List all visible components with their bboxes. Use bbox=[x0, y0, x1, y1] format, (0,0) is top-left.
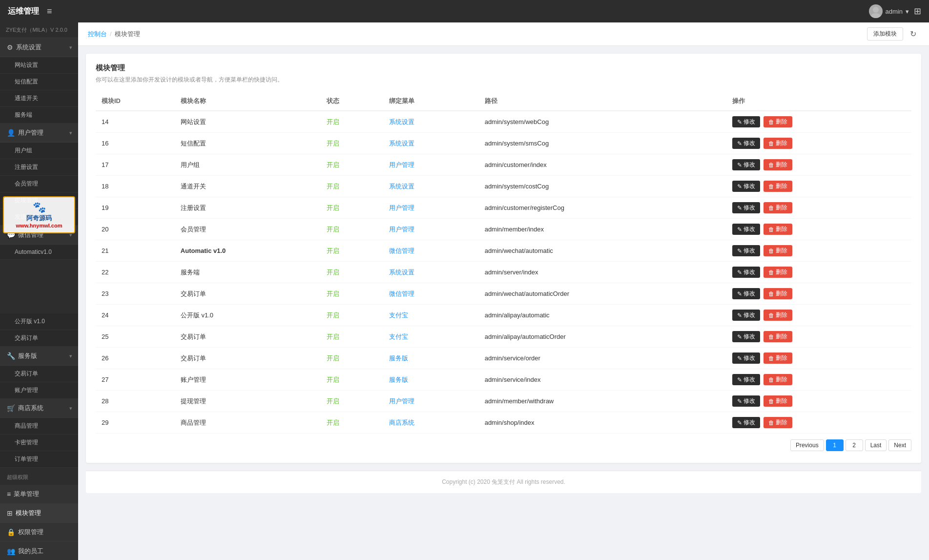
page-2-button[interactable]: 2 bbox=[846, 439, 863, 451]
sidebar-group-header-user[interactable]: 👤 用户管理 ▾ bbox=[0, 124, 78, 143]
menu-link[interactable]: 用户管理 bbox=[389, 397, 414, 405]
sidebar-group-header-system[interactable]: ⚙ 系统设置 ▾ bbox=[0, 38, 78, 57]
menu-link[interactable]: 系统设置 bbox=[389, 118, 414, 125]
sidebar-version: ZYE支付（MILA）V 2.0.0 bbox=[0, 22, 78, 38]
menu-link[interactable]: 微信管理 bbox=[389, 247, 414, 254]
delete-button[interactable]: 🗑 删除 bbox=[764, 417, 792, 428]
cell-name: 用户组 bbox=[175, 154, 321, 176]
sidebar-item-service-edition[interactable]: 服务端 bbox=[0, 107, 78, 124]
last-button[interactable]: Last bbox=[865, 439, 887, 451]
sidebar-item-public-version[interactable]: 公开版 v1.0 bbox=[0, 313, 78, 330]
grid-icon[interactable]: ⊞ bbox=[914, 6, 921, 17]
sidebar-item-product-management[interactable]: 商品管理 bbox=[0, 418, 78, 435]
edit-button[interactable]: ✎ 修改 bbox=[732, 245, 760, 256]
user-dropdown-icon: ▾ bbox=[906, 8, 909, 15]
edit-button[interactable]: ✎ 修改 bbox=[732, 331, 760, 342]
menu-link[interactable]: 系统设置 bbox=[389, 269, 414, 276]
sidebar-item-module-management[interactable]: ⊞ 模块管理 bbox=[0, 504, 78, 523]
sidebar-item-member-management[interactable]: 会员管理 bbox=[0, 176, 78, 192]
page-1-button[interactable]: 1 bbox=[826, 439, 844, 451]
sidebar-item-trade-order-wechat[interactable]: 交易订单 bbox=[0, 330, 78, 347]
sidebar-group-header-service[interactable]: 🔧 服务版 ▾ bbox=[0, 347, 78, 366]
edit-button[interactable]: ✎ 修改 bbox=[732, 395, 760, 407]
edit-label: 修改 bbox=[743, 268, 755, 276]
sidebar-item-automatic-v1[interactable]: Automaticv1.0 bbox=[0, 245, 78, 260]
menu-link[interactable]: 支付宝 bbox=[389, 311, 408, 319]
cell-id: 21 bbox=[96, 240, 175, 262]
menu-link[interactable]: 支付宝 bbox=[389, 333, 408, 340]
menu-link[interactable]: 用户管理 bbox=[389, 161, 414, 168]
edit-button[interactable]: ✎ 修改 bbox=[732, 202, 760, 213]
sidebar-item-website-settings[interactable]: 网站设置 bbox=[0, 57, 78, 74]
sidebar-item-account-management[interactable]: 账户管理 bbox=[0, 382, 78, 399]
edit-button[interactable]: ✎ 修改 bbox=[732, 267, 760, 278]
delete-button[interactable]: 🗑 删除 bbox=[764, 353, 792, 364]
menu-link[interactable]: 系统设置 bbox=[389, 183, 414, 190]
table-row: 24 公开版 v1.0 开启 支付宝 admin/alipay/automati… bbox=[96, 305, 911, 326]
delete-button[interactable]: 🗑 删除 bbox=[764, 245, 792, 256]
add-module-button[interactable]: 添加模块 bbox=[867, 27, 903, 41]
refresh-button[interactable]: ↻ bbox=[907, 28, 919, 40]
menu-link[interactable]: 服务版 bbox=[389, 354, 408, 362]
delete-icon: 🗑 bbox=[768, 290, 774, 297]
delete-button[interactable]: 🗑 删除 bbox=[764, 395, 792, 407]
edit-label: 修改 bbox=[743, 118, 755, 126]
svg-point-0 bbox=[873, 7, 879, 13]
menu-link[interactable]: 用户管理 bbox=[389, 226, 414, 233]
delete-button[interactable]: 🗑 删除 bbox=[764, 138, 792, 149]
edit-button[interactable]: ✎ 修改 bbox=[732, 116, 760, 127]
edit-button[interactable]: ✎ 修改 bbox=[732, 374, 760, 385]
sidebar-item-order-management[interactable]: 订单管理 bbox=[0, 451, 78, 468]
delete-button[interactable]: 🗑 删除 bbox=[764, 288, 792, 299]
table-row: 23 交易订单 开启 微信管理 admin/wechat/automaticOr… bbox=[96, 283, 911, 305]
table-row: 17 用户组 开启 用户管理 admin/customer/index ✎ 修改… bbox=[96, 154, 911, 176]
edit-button[interactable]: ✎ 修改 bbox=[732, 224, 760, 235]
delete-label: 删除 bbox=[776, 375, 787, 384]
edit-button[interactable]: ✎ 修改 bbox=[732, 288, 760, 299]
hamburger-icon[interactable]: ≡ bbox=[47, 6, 52, 17]
sidebar-item-withdraw-management[interactable]: 提现管理 bbox=[0, 192, 78, 209]
sidebar-item-user-group[interactable]: 用户组 bbox=[0, 143, 78, 159]
cell-actions: ✎ 修改 🗑 删除 bbox=[726, 133, 911, 154]
sidebar-item-sms-config[interactable]: 短信配置 bbox=[0, 74, 78, 90]
menu-link[interactable]: 微信管理 bbox=[389, 290, 414, 297]
delete-button[interactable]: 🗑 删除 bbox=[764, 267, 792, 278]
sidebar-item-card-management[interactable]: 卡密管理 bbox=[0, 435, 78, 451]
edit-button[interactable]: ✎ 修改 bbox=[732, 181, 760, 192]
edit-button[interactable]: ✎ 修改 bbox=[732, 310, 760, 321]
sidebar-item-permission-management[interactable]: 🔒 权限管理 bbox=[0, 523, 78, 542]
delete-button[interactable]: 🗑 删除 bbox=[764, 331, 792, 342]
edit-button[interactable]: ✎ 修改 bbox=[732, 353, 760, 364]
cell-name: Automatic v1.0 bbox=[175, 240, 321, 262]
edit-button[interactable]: ✎ 修改 bbox=[732, 417, 760, 428]
delete-button[interactable]: 🗑 删除 bbox=[764, 159, 792, 170]
sidebar-item-register-settings[interactable]: 注册设置 bbox=[0, 159, 78, 176]
sidebar-group-header-shop[interactable]: 🛒 商店系统 ▾ bbox=[0, 399, 78, 418]
sidebar-item-menu-management[interactable]: ≡ 菜单管理 bbox=[0, 485, 78, 504]
sidebar-group-label-service: 服务版 bbox=[18, 352, 37, 360]
sidebar-item-trade-order-service[interactable]: 交易订单 bbox=[0, 366, 78, 382]
cell-id: 18 bbox=[96, 176, 175, 197]
edit-button[interactable]: ✎ 修改 bbox=[732, 159, 760, 170]
delete-button[interactable]: 🗑 删除 bbox=[764, 202, 792, 213]
breadcrumb-home[interactable]: 控制台 bbox=[88, 30, 107, 39]
sidebar-item-my-staff[interactable]: 👥 我的员工 bbox=[0, 542, 78, 560]
sidebar-item-channel-switch[interactable]: 通道开关 bbox=[0, 90, 78, 107]
delete-button[interactable]: 🗑 删除 bbox=[764, 116, 792, 127]
menu-link[interactable]: 系统设置 bbox=[389, 140, 414, 147]
next-button[interactable]: Next bbox=[888, 439, 911, 451]
delete-button[interactable]: 🗑 删除 bbox=[764, 310, 792, 321]
delete-button[interactable]: 🗑 删除 bbox=[764, 224, 792, 235]
delete-icon: 🗑 bbox=[768, 333, 774, 340]
chevron-down-icon-service: ▾ bbox=[69, 353, 72, 359]
menu-link[interactable]: 服务版 bbox=[389, 376, 408, 383]
menu-link[interactable]: 商店系统 bbox=[389, 419, 414, 426]
delete-button[interactable]: 🗑 删除 bbox=[764, 374, 792, 385]
menu-link[interactable]: 用户管理 bbox=[389, 204, 414, 211]
sidebar-item-send-sms[interactable]: 发送短信 bbox=[0, 209, 78, 226]
delete-button[interactable]: 🗑 删除 bbox=[764, 181, 792, 192]
user-menu[interactable]: admin ▾ bbox=[869, 4, 909, 18]
previous-button[interactable]: Previous bbox=[790, 439, 824, 451]
edit-button[interactable]: ✎ 修改 bbox=[732, 138, 760, 149]
sidebar-group-header-wechat[interactable]: 💬 微信管理 ▾ bbox=[0, 226, 78, 245]
